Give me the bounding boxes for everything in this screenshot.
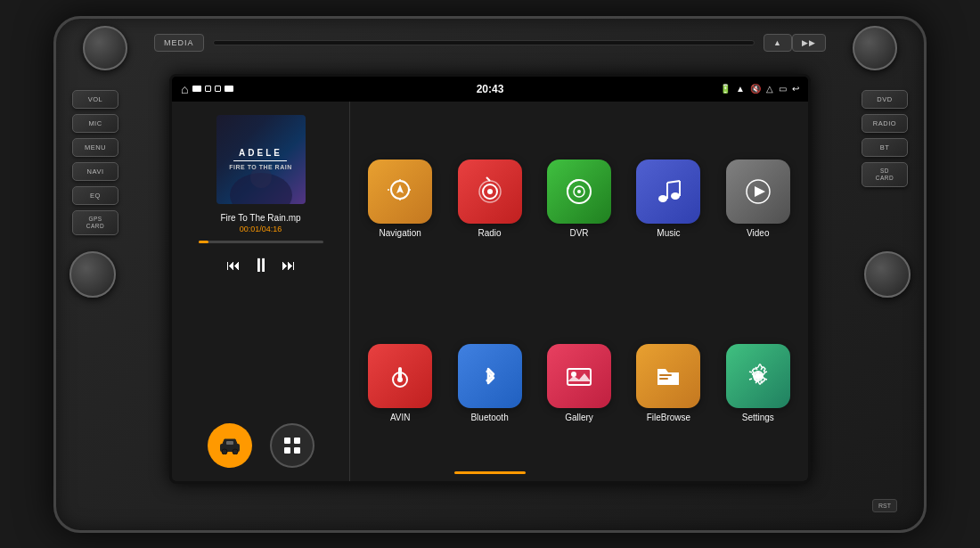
- home-icon[interactable]: ⌂: [181, 82, 188, 96]
- bluetooth-label: Bluetooth: [470, 413, 508, 422]
- status-bar-left: ⌂: [181, 82, 233, 96]
- dvd-button[interactable]: DVD: [862, 90, 908, 109]
- svg-rect-9: [294, 447, 300, 454]
- music-label: Music: [657, 228, 680, 238]
- rst-button[interactable]: RST: [872, 499, 897, 512]
- svg-point-26: [397, 377, 403, 382]
- window-icon: ▭: [779, 84, 787, 94]
- app-video[interactable]: Video: [717, 110, 799, 288]
- svg-rect-8: [284, 447, 290, 454]
- car-head-unit: MEDIA ▲ ▶▶ VOL MIC MENU NAVI EQ GPSCARD …: [53, 16, 927, 533]
- svg-point-13: [487, 189, 493, 194]
- media-button[interactable]: MEDIA: [154, 34, 204, 52]
- app-music[interactable]: Music: [627, 110, 709, 288]
- dvr-icon: [547, 159, 611, 224]
- svg-rect-21: [679, 181, 681, 196]
- app-radio[interactable]: Radio: [448, 110, 530, 288]
- radio-label: Radio: [478, 228, 502, 238]
- indicator-2: [205, 86, 211, 92]
- mic-button[interactable]: MIC: [72, 114, 118, 133]
- filebrowser-icon: [636, 344, 700, 408]
- indicator-1: [192, 86, 201, 92]
- svg-point-19: [671, 192, 680, 200]
- indicator-3: [215, 86, 221, 92]
- current-time: 00:01: [240, 225, 260, 233]
- svg-rect-7: [294, 438, 300, 444]
- album-art: ADELE FIRE TO THE RAIN: [216, 115, 306, 204]
- track-title: Fire To The Rain.mp: [220, 213, 300, 223]
- gallery-label: Gallery: [565, 413, 593, 422]
- sd-card-button[interactable]: SDCARD: [862, 162, 908, 188]
- navigation-icon: [368, 159, 432, 224]
- right-side-buttons: DVD RADIO BT SDCARD: [862, 90, 908, 188]
- svg-rect-6: [284, 438, 290, 444]
- svg-line-14: [486, 177, 490, 181]
- settings-label: Settings: [742, 413, 774, 422]
- svg-rect-30: [659, 378, 668, 380]
- status-bar: ⌂ 20:43 🔋 ▲ 🔇 △ ▭ ↩: [172, 77, 808, 102]
- main-screen: ⌂ 20:43 🔋 ▲ 🔇 △ ▭ ↩: [169, 74, 811, 484]
- app-dvr[interactable]: DVR: [538, 110, 620, 288]
- radio-button[interactable]: RADIO: [862, 114, 908, 133]
- gallery-icon: [547, 344, 611, 408]
- svg-marker-23: [755, 186, 765, 197]
- settings-icon: [726, 344, 790, 408]
- eject-button[interactable]: ▲: [764, 34, 792, 52]
- fast-forward-button[interactable]: ⏭: [282, 258, 296, 274]
- top-controls: MEDIA ▲ ▶▶: [154, 29, 826, 56]
- filebrowser-label: FileBrowse: [647, 413, 690, 422]
- car-mode-button[interactable]: [208, 423, 252, 468]
- indicator-4: [225, 86, 233, 92]
- bottom-panel-icons: [208, 423, 314, 468]
- navigation-label: Navigation: [380, 228, 421, 238]
- app-filebrowser[interactable]: FileBrowse: [627, 295, 709, 472]
- dvr-label: DVR: [569, 228, 588, 238]
- app-avin[interactable]: AVIN: [359, 295, 441, 472]
- menu-button[interactable]: MENU: [72, 138, 118, 157]
- skip-button[interactable]: ▶▶: [792, 34, 826, 52]
- svg-point-17: [577, 190, 581, 193]
- avin-label: AVIN: [390, 413, 411, 422]
- battery-status-icon: 🔋: [720, 84, 731, 94]
- right-tune-knob[interactable]: [864, 251, 911, 298]
- app-bluetooth[interactable]: Bluetooth: [448, 295, 530, 472]
- status-time: 20:43: [477, 83, 504, 95]
- eq-button[interactable]: EQ: [72, 186, 118, 205]
- left-volume-knob[interactable]: [69, 251, 116, 298]
- svg-point-32: [755, 372, 762, 380]
- content-area: ADELE FIRE TO THE RAIN Fire To The Rain.…: [172, 102, 808, 481]
- navi-button[interactable]: NAVI: [72, 162, 118, 181]
- cd-slot: [213, 40, 755, 45]
- avin-icon: [368, 344, 432, 408]
- left-side-buttons: VOL MIC MENU NAVI EQ GPSCARD: [72, 90, 118, 236]
- vol-button[interactable]: VOL: [72, 90, 118, 109]
- total-time: 04:16: [262, 225, 282, 233]
- app-grid: Navigation Radio: [350, 102, 808, 481]
- sound-icon: 🔇: [750, 84, 761, 94]
- back-icon: ↩: [792, 84, 799, 94]
- svg-point-18: [658, 195, 667, 202]
- album-art-inner: ADELE FIRE TO THE RAIN: [216, 115, 306, 204]
- status-bar-right: 🔋 ▲ 🔇 △ ▭ ↩: [720, 84, 799, 94]
- triangle-icon: △: [766, 84, 773, 94]
- video-label: Video: [747, 228, 769, 238]
- app-settings[interactable]: Settings: [717, 295, 799, 472]
- bt-button[interactable]: BT: [862, 138, 908, 157]
- app-grid-button[interactable]: [270, 423, 314, 468]
- progress-bar[interactable]: [199, 241, 323, 243]
- app-navigation[interactable]: Navigation: [359, 110, 441, 288]
- left-top-knob[interactable]: [83, 26, 127, 70]
- rewind-button[interactable]: ⏮: [226, 258, 241, 274]
- status-indicators: [192, 86, 233, 92]
- svg-point-4: [233, 449, 238, 454]
- app-gallery[interactable]: Gallery: [538, 295, 620, 472]
- bluetooth-icon: [458, 344, 522, 408]
- gps-card-button[interactable]: GPSCARD: [72, 210, 118, 236]
- playback-controls: ⏮ ⏸ ⏭: [226, 254, 296, 277]
- svg-rect-5: [226, 441, 233, 445]
- progress-fill: [199, 241, 208, 243]
- music-player-panel: ADELE FIRE TO THE RAIN Fire To The Rain.…: [172, 102, 350, 481]
- right-top-knob[interactable]: [853, 26, 897, 70]
- adele-label: ADELE: [229, 148, 291, 158]
- play-pause-button[interactable]: ⏸: [251, 254, 271, 277]
